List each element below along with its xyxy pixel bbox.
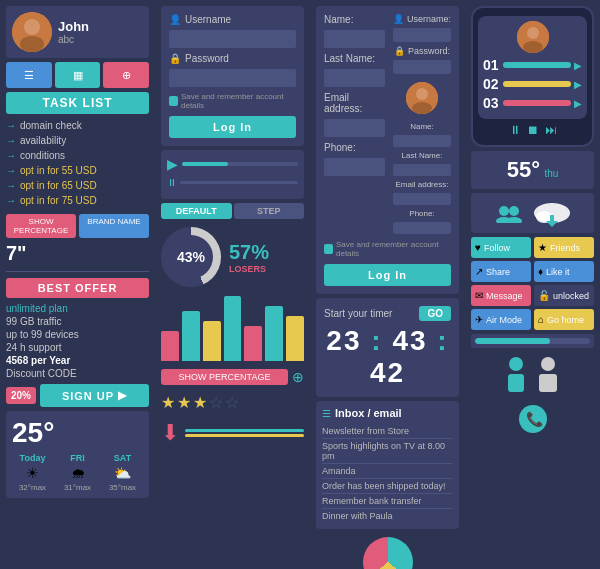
inbox-item-1[interactable]: Newsletter from Store <box>322 424 453 439</box>
lock-open-icon: 🔓 <box>538 290 550 301</box>
timer-hours: 23 <box>326 325 361 356</box>
password-input[interactable] <box>169 69 296 87</box>
timer-go-button[interactable]: GO <box>419 306 451 321</box>
phone-controls: ⏸ ⏹ ⏭ <box>478 123 587 137</box>
email2-input[interactable] <box>393 193 451 205</box>
profile-info: John abc <box>58 19 89 45</box>
weather-card: 25° Today ☀ 32°max FRI 🌧 31°max SAT ⛅ 35… <box>6 411 149 498</box>
phone-pause-btn[interactable]: ⏸ <box>509 123 521 137</box>
pie-chart <box>363 537 413 569</box>
remember-row-2: Save and remember account details <box>324 240 451 258</box>
tab-default[interactable]: DEFAULT <box>161 203 232 219</box>
message-icon: ✉ <box>475 290 483 301</box>
phone-call-icon[interactable]: 📞 <box>518 404 548 434</box>
gauge-circle: 43% <box>161 227 221 287</box>
user-icon: 👤 <box>169 14 181 25</box>
phone-num-1: 01 <box>483 57 499 73</box>
phone-arrow-2[interactable]: ▶ <box>574 79 582 90</box>
profile-name: John <box>58 19 89 34</box>
inbox-item-3[interactable]: Amanda <box>322 464 453 479</box>
tab-step[interactable]: STEP <box>234 203 305 219</box>
star-2[interactable]: ★ <box>177 393 191 412</box>
svg-rect-18 <box>508 374 524 392</box>
play-button[interactable]: ▶ <box>167 156 178 172</box>
task-arrow: → <box>6 180 16 191</box>
username-field: 👤 Username <box>169 14 296 25</box>
svg-point-17 <box>509 357 523 371</box>
signup-arrow-icon: ▶ <box>118 389 127 402</box>
download-bar-1 <box>185 429 304 432</box>
phone-arrow-3[interactable]: ▶ <box>574 98 582 109</box>
show-percentage-btn[interactable]: SHOW PERCENTAGE <box>6 214 76 238</box>
timer-display: 23 : 43 : 42 <box>324 325 451 389</box>
task-item-5: →opt in for 65 USD <box>6 178 149 193</box>
bar-5 <box>244 326 262 361</box>
follow-button[interactable]: ♥ Follow <box>471 237 531 258</box>
nav-btn-plus[interactable]: ⊕ <box>103 62 149 88</box>
signup-button[interactable]: SIGN UP ▶ <box>40 384 149 407</box>
share-button[interactable]: ↗ Share <box>471 261 531 282</box>
remember-checkbox-2[interactable] <box>324 244 333 254</box>
phone-screen: 01 ▶ 02 ▶ 03 ▶ <box>478 16 587 119</box>
password-input-2[interactable] <box>393 60 451 74</box>
cloud-icon: ⛅ <box>102 465 143 481</box>
sun-icon: ☀ <box>12 465 53 481</box>
lastname2-input[interactable] <box>393 164 451 176</box>
username-input[interactable] <box>169 30 296 48</box>
inbox-item-2[interactable]: Sports highlights on TV at 8.00 pm <box>322 439 453 464</box>
progress-bar[interactable] <box>182 162 298 166</box>
star-3[interactable]: ★ <box>193 393 207 412</box>
weather-fri: FRI 🌧 31°max <box>57 453 98 492</box>
profile-card: John abc <box>6 6 149 58</box>
like-button[interactable]: ♦ Like it <box>534 261 594 282</box>
pause-icon[interactable]: ⏸ <box>167 177 177 188</box>
airplane-icon: ✈ <box>475 314 483 325</box>
phone-stop-btn[interactable]: ⏹ <box>527 123 539 137</box>
airmode-button[interactable]: ✈ Air Mode <box>471 309 531 330</box>
phone-num-3: 03 <box>483 95 499 111</box>
brand-name-btn[interactable]: BRAND NAME <box>79 214 149 238</box>
gohome-button[interactable]: ⌂ Go home <box>534 309 594 330</box>
inbox-item-4[interactable]: Order has been shipped today! <box>322 479 453 494</box>
bar-chart <box>161 295 304 365</box>
email-input[interactable] <box>324 119 385 137</box>
timer-sep-2: : <box>437 325 448 356</box>
svg-point-7 <box>527 27 539 39</box>
remember-checkbox[interactable] <box>169 96 178 106</box>
phone-input[interactable] <box>324 158 385 176</box>
volume-bar[interactable] <box>180 181 298 184</box>
phone-ff-btn[interactable]: ⏭ <box>545 123 557 137</box>
phone-arrow-1[interactable]: ▶ <box>574 60 582 71</box>
nav-btn-grid[interactable]: ▦ <box>55 62 101 88</box>
progress-fill-bar <box>475 338 550 344</box>
name-input[interactable] <box>324 30 385 48</box>
avatar-2 <box>406 82 438 114</box>
phone2-input[interactable] <box>393 222 451 234</box>
progress-area <box>471 334 594 348</box>
gauge-percentage: 43% <box>177 249 205 265</box>
unlocked-button[interactable]: 🔓 unlocked <box>534 285 594 306</box>
pause-controls: ⏸ <box>167 177 298 188</box>
star-4[interactable]: ☆ <box>209 393 223 412</box>
player-controls: ▶ <box>167 156 298 172</box>
message-button[interactable]: ✉ Message <box>471 285 531 306</box>
discount-badge: 20% <box>6 387 36 404</box>
inbox-item-5[interactable]: Remember bank transfer <box>322 494 453 509</box>
username-input-2[interactable] <box>393 28 451 42</box>
name2-input[interactable] <box>393 135 451 147</box>
inbox-item-6[interactable]: Dinner with Paula <box>322 509 453 523</box>
bar-6 <box>265 306 283 361</box>
phone-bar-1 <box>503 62 571 68</box>
star-1[interactable]: ★ <box>161 393 175 412</box>
star-5[interactable]: ☆ <box>225 393 239 412</box>
share-icon: ↗ <box>475 266 483 277</box>
task-item-3: →conditions <box>6 148 149 163</box>
lastname-input[interactable] <box>324 69 385 87</box>
circle-arrow-icon[interactable]: ⊕ <box>292 369 304 385</box>
login-button-1[interactable]: Log In <box>169 116 296 138</box>
login-button-2[interactable]: Log In <box>324 264 451 286</box>
show-percentage-button[interactable]: SHOW PERCENTAGE <box>161 369 288 385</box>
nav-btn-menu[interactable]: ☰ <box>6 62 52 88</box>
friends-button[interactable]: ★ Friends <box>534 237 594 258</box>
download-icon[interactable]: ⬇ <box>161 420 179 446</box>
